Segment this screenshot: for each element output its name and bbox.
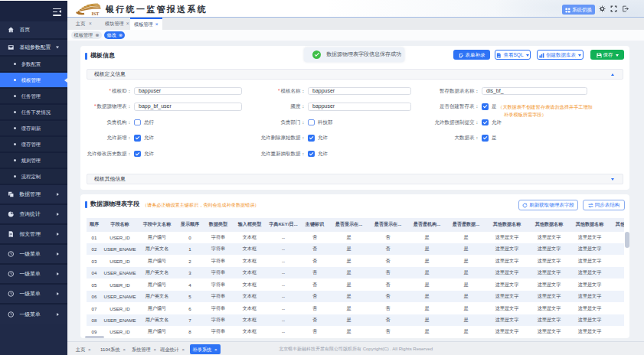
svg-text:IST: IST (92, 11, 100, 16)
